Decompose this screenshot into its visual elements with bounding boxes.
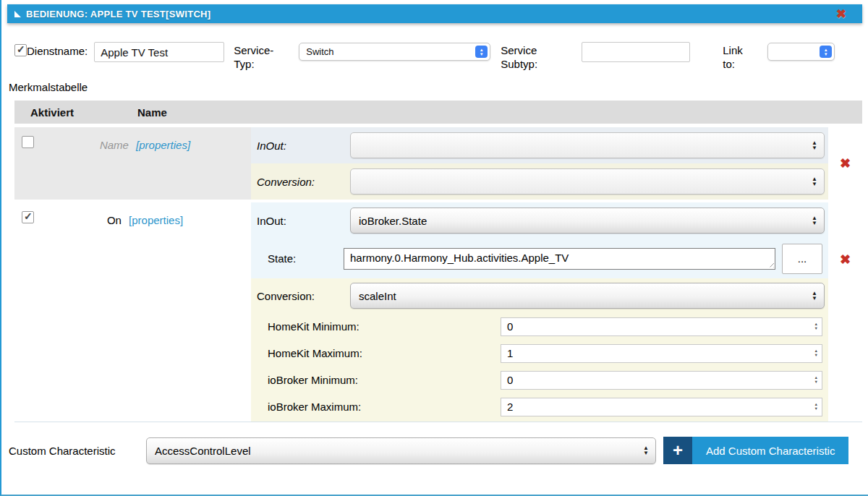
delete-row-icon[interactable]: ✖: [840, 252, 851, 268]
delete-cell: ✖: [828, 202, 862, 422]
link-to-label: Link to:: [723, 43, 757, 71]
number-stepper-icon[interactable]: [814, 322, 818, 330]
homekit-maximum-row: HomeKit Maximum: 1: [251, 340, 828, 367]
homekit-minimum-label: HomeKit Minimum:: [251, 320, 501, 333]
dienstname-input[interactable]: [94, 42, 224, 62]
service-form-row: Dienstname: Service-Typ: Switch Service …: [14, 42, 861, 75]
conversion-label: Conversion:: [251, 290, 350, 302]
characteristics-table: Aktiviert Name Name [properties] InOut:: [14, 101, 862, 422]
service-config-panel: BEDIENUNG: APPLE TV TEST[SWITCH] ✖ Diens…: [0, 0, 868, 496]
select-arrows-icon: [812, 176, 817, 187]
number-stepper-icon[interactable]: [814, 376, 818, 384]
select-arrows-icon: [812, 291, 817, 302]
homekit-maximum-label: HomeKit Maximum:: [251, 347, 501, 359]
custom-characteristic-row: Custom Characteristic AccessControlLevel…: [9, 437, 868, 464]
collapse-triangle-icon: [14, 11, 21, 17]
inout-section: InOut: ioBroker.State State: harmony.0.H…: [251, 202, 828, 278]
properties-link[interactable]: [properties]: [129, 214, 183, 226]
service-typ-select[interactable]: Switch: [299, 43, 490, 61]
service-subtyp-label: Service Subtyp:: [501, 43, 570, 71]
table-caption: Merkmalstabelle: [9, 81, 868, 93]
dienstname-label: Dienstname:: [27, 44, 88, 58]
row-on-conversion-select[interactable]: scaleInt: [350, 283, 825, 309]
dienstname-checkbox[interactable]: [14, 44, 27, 56]
delete-cell: ✖: [828, 127, 862, 200]
controls-cell: InOut: Conversion:: [251, 127, 828, 200]
homekit-minimum-input[interactable]: 0: [501, 317, 822, 336]
name-cell: Name [properties]: [14, 127, 251, 200]
table-row-on: On [properties] InOut: ioBroker.State St…: [14, 202, 862, 422]
row-on-inout-select[interactable]: ioBroker.State: [350, 208, 825, 234]
row-name-conversion-select[interactable]: [350, 168, 825, 194]
name-cell: On [properties]: [14, 202, 251, 422]
close-icon[interactable]: ✖: [836, 7, 846, 22]
custom-characteristic-select[interactable]: AccessControlLevel: [146, 437, 656, 464]
select-stepper-icon: [820, 46, 832, 58]
characteristic-name: On: [107, 214, 122, 226]
iobroker-minimum-row: ioBroker Minimum: 0: [251, 367, 828, 393]
characteristic-name: Name: [100, 139, 129, 151]
panel-title: BEDIENUNG: APPLE TV TEST[SWITCH]: [26, 9, 210, 20]
table-header-row: Aktiviert Name: [14, 101, 862, 124]
homekit-maximum-input[interactable]: 1: [501, 344, 822, 363]
row-name-inout-select[interactable]: [350, 132, 825, 158]
column-header-name: Name: [137, 106, 167, 119]
delete-row-icon[interactable]: ✖: [840, 155, 851, 171]
controls-cell: InOut: ioBroker.State State: harmony.0.H…: [251, 202, 828, 422]
service-subtyp-input[interactable]: [582, 42, 690, 62]
inout-label: InOut:: [251, 140, 350, 152]
column-header-aktiviert: Aktiviert: [14, 106, 137, 119]
iobroker-minimum-input[interactable]: 0: [501, 371, 822, 390]
state-input[interactable]: harmony.0.Harmony_Hub.activities.Apple_T…: [344, 248, 775, 270]
add-custom-characteristic-button[interactable]: + Add Custom Characteristic: [663, 437, 848, 464]
plus-icon: +: [663, 437, 692, 464]
row-name-checkbox[interactable]: [22, 136, 34, 148]
properties-link[interactable]: [properties]: [136, 139, 190, 151]
inout-label: InOut:: [251, 215, 350, 227]
iobroker-minimum-label: ioBroker Minimum:: [251, 374, 501, 386]
service-typ-value: Switch: [299, 46, 475, 57]
iobroker-maximum-label: ioBroker Maximum:: [251, 401, 501, 413]
link-to-select[interactable]: [767, 43, 835, 61]
select-arrows-icon: [812, 215, 817, 226]
panel-titlebar[interactable]: BEDIENUNG: APPLE TV TEST[SWITCH] ✖: [7, 4, 862, 23]
select-stepper-icon: [475, 46, 488, 58]
custom-characteristic-label: Custom Characteristic: [9, 445, 146, 457]
iobroker-maximum-row: ioBroker Maximum: 2: [251, 393, 828, 420]
row-on-checkbox[interactable]: [22, 211, 34, 223]
number-stepper-icon[interactable]: [814, 403, 818, 411]
state-label: State:: [251, 252, 344, 265]
browse-state-button[interactable]: ...: [782, 244, 822, 274]
iobroker-maximum-input[interactable]: 2: [501, 398, 822, 416]
conversion-label: Conversion:: [251, 176, 350, 188]
service-typ-label: Service-Typ:: [234, 43, 293, 71]
select-arrows-icon: [643, 445, 649, 456]
conversion-section: Conversion: scaleInt HomeKit Minimum: 0: [251, 278, 828, 422]
homekit-minimum-row: HomeKit Minimum: 0: [251, 313, 828, 340]
select-arrows-icon: [812, 140, 817, 151]
number-stepper-icon[interactable]: [814, 349, 818, 357]
table-row-name: Name [properties] InOut: Conversion:: [14, 127, 862, 200]
